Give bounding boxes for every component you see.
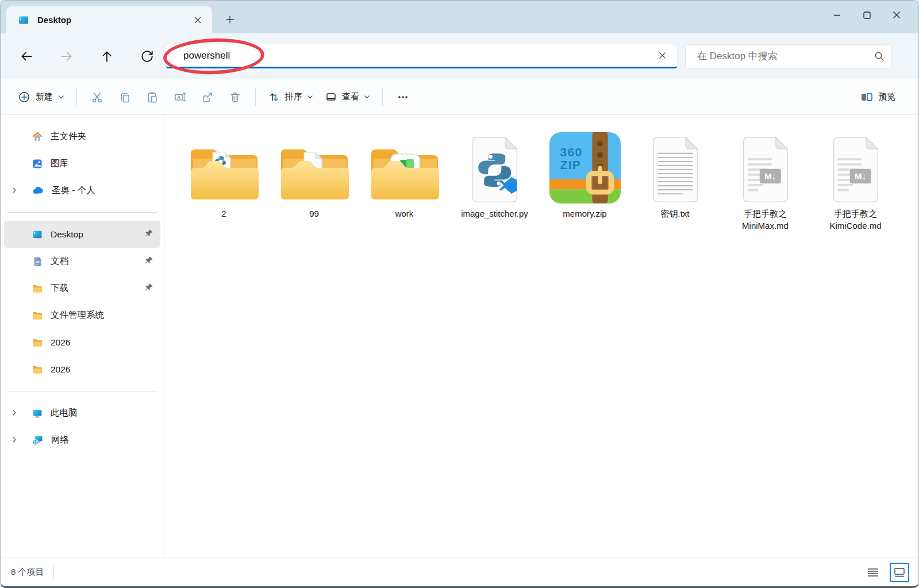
share-button[interactable] — [194, 84, 221, 110]
file-item-folder-work[interactable]: work — [359, 124, 449, 232]
more-options-button[interactable] — [389, 84, 417, 110]
file-item-md-kimicode[interactable]: M↓ 手把手教之KimiCode.md — [810, 124, 901, 232]
address-bar[interactable] — [166, 44, 677, 68]
markdown-file-icon: M↓ — [739, 124, 792, 203]
status-bar: 8 个项目 — [1, 558, 918, 586]
window-controls — [822, 3, 912, 27]
sidebar-item-label: 图库 — [51, 157, 68, 170]
rename-button[interactable] — [166, 84, 194, 110]
sidebar-item-gallery[interactable]: 图库 — [4, 150, 160, 177]
share-icon — [201, 91, 214, 103]
zip-archive-icon: 360 ZIP — [549, 124, 621, 203]
zip-icon-text-1: 360 — [560, 145, 582, 159]
network-icon — [32, 435, 44, 446]
back-button[interactable] — [12, 44, 41, 69]
pin-icon — [145, 283, 153, 294]
view-button-label: 查看 — [342, 91, 359, 102]
new-tab-button[interactable] — [220, 10, 240, 29]
python-file-icon — [468, 124, 521, 203]
sidebar-item-file-management[interactable]: 文件管理系统 — [4, 302, 160, 329]
search-input[interactable] — [696, 50, 874, 63]
large-icons-view-icon — [894, 567, 905, 578]
ellipsis-icon — [397, 91, 409, 103]
address-clear-icon[interactable] — [652, 45, 672, 66]
copy-button[interactable] — [111, 84, 139, 110]
folder-icon — [187, 124, 261, 203]
onedrive-cloud-icon — [32, 185, 44, 197]
list-view-button[interactable] — [863, 563, 883, 582]
sort-button[interactable]: 排序 — [262, 86, 319, 108]
navigation-sidebar: 主文件夹 图库 圣奥 - 个人 — [1, 115, 164, 558]
tab-desktop[interactable]: Desktop — [6, 6, 212, 33]
file-item-txt[interactable]: 密钥.txt — [630, 124, 720, 232]
file-item-python-script[interactable]: image_stitcher.py — [449, 124, 540, 232]
sidebar-item-desktop[interactable]: Desktop — [4, 221, 160, 248]
toolbar-separator — [76, 88, 77, 106]
file-label: 99 — [309, 207, 319, 220]
file-item-zip[interactable]: 360 ZIP memory.zip — [540, 124, 630, 232]
computer-icon — [32, 408, 43, 419]
pin-icon — [145, 229, 153, 240]
sidebar-item-network[interactable]: 网络 — [4, 426, 160, 454]
home-icon — [32, 131, 43, 143]
md-badge-text: M↓ — [764, 171, 776, 181]
minimize-button[interactable] — [822, 3, 852, 27]
status-separator — [53, 566, 54, 579]
chevron-right-icon[interactable] — [11, 408, 18, 418]
sidebar-item-downloads[interactable]: 下载 — [4, 275, 160, 302]
sidebar-item-onedrive[interactable]: 圣奥 - 个人 — [4, 177, 160, 204]
file-label: image_stitcher.py — [461, 207, 528, 220]
chevron-down-icon — [58, 94, 64, 100]
search-icon — [874, 51, 885, 62]
chevron-down-icon — [364, 94, 370, 100]
toolbar-separator — [382, 88, 383, 106]
folder-icon — [32, 310, 43, 321]
sidebar-item-label: 此电脑 — [51, 407, 78, 419]
navigation-bar — [1, 33, 918, 79]
tab-bar: Desktop — [1, 1, 918, 33]
scissors-icon — [91, 91, 103, 103]
md-badge-text: M↓ — [855, 171, 866, 181]
sidebar-separator — [7, 212, 157, 213]
close-button[interactable] — [882, 3, 912, 27]
file-item-folder-2[interactable]: 2 — [179, 124, 269, 232]
folder-icon — [32, 364, 43, 375]
view-button[interactable]: 查看 — [319, 86, 376, 108]
up-button[interactable] — [93, 44, 121, 69]
new-button-label: 新建 — [36, 91, 53, 102]
address-input[interactable] — [166, 49, 652, 62]
preview-button[interactable]: 预览 — [854, 86, 901, 108]
sidebar-item-label: 下载 — [51, 282, 68, 294]
delete-button[interactable] — [221, 84, 249, 110]
sidebar-item-label: Desktop — [51, 229, 83, 240]
sidebar-item-label: 文件管理系统 — [51, 309, 104, 321]
maximize-button[interactable] — [852, 3, 882, 27]
tab-title: Desktop — [37, 15, 189, 25]
tab-close-icon[interactable] — [189, 11, 206, 29]
file-label: 手把手教之KimiCode.md — [813, 207, 898, 232]
file-item-md-minimax[interactable]: M↓ 手把手教之MiniMax.md — [720, 124, 810, 232]
item-count: 8 个项目 — [11, 567, 44, 578]
cut-button[interactable] — [83, 84, 111, 110]
sidebar-item-2026-b[interactable]: 2026 — [4, 356, 160, 383]
file-label: 手把手教之MiniMax.md — [723, 207, 808, 232]
sort-icon — [268, 91, 280, 103]
sidebar-item-home[interactable]: 主文件夹 — [4, 123, 160, 150]
sidebar-item-this-pc[interactable]: 此电脑 — [4, 399, 160, 426]
chevron-right-icon[interactable] — [11, 435, 18, 445]
file-item-folder-99[interactable]: 99 — [269, 124, 359, 232]
paste-button[interactable] — [139, 84, 166, 110]
search-box[interactable] — [685, 44, 892, 68]
large-icons-view-button[interactable] — [890, 563, 909, 582]
rename-icon — [174, 91, 186, 103]
refresh-button[interactable] — [133, 44, 162, 69]
sidebar-item-2026-a[interactable]: 2026 — [4, 329, 160, 356]
chevron-right-icon[interactable] — [11, 186, 18, 196]
chevron-down-icon — [307, 94, 313, 100]
file-explorer-window: Desktop — [0, 0, 919, 588]
sidebar-item-documents[interactable]: 文档 — [4, 248, 160, 275]
sort-button-label: 排序 — [285, 91, 302, 102]
new-button[interactable]: 新建 — [12, 86, 70, 108]
sidebar-item-label: 主文件夹 — [51, 130, 86, 143]
forward-button[interactable] — [52, 44, 81, 69]
